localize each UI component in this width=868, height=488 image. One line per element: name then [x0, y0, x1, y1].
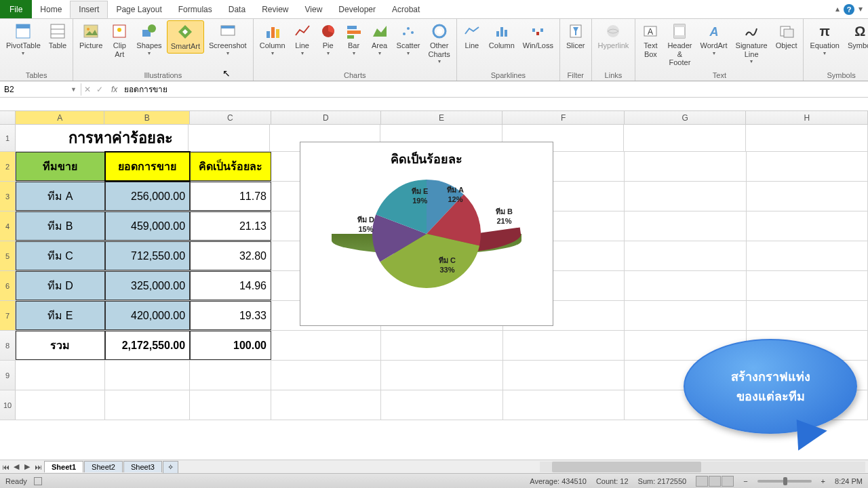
callout-shape[interactable]: สร้างกราฟแท่งของแต่ละทีม [684, 339, 857, 447]
zoom-in-icon[interactable]: + [821, 477, 825, 485]
col-header-F[interactable]: F [502, 111, 625, 124]
svg-text:A: A [648, 27, 653, 37]
col-header-H[interactable]: H [746, 111, 868, 124]
macro-record-icon[interactable] [34, 477, 42, 485]
object-button[interactable]: Object [772, 20, 801, 52]
sheet-nav-prev[interactable]: ◀ [11, 462, 22, 471]
svg-rect-1 [16, 24, 30, 28]
header-pct[interactable]: คิดเป็นร้อยละ [190, 152, 271, 181]
svg-point-20 [403, 33, 406, 35]
tab-home[interactable]: Home [32, 1, 70, 18]
ribbon-options-icon[interactable]: ▾ [859, 4, 863, 15]
help-icon[interactable]: ? [844, 4, 854, 15]
area-chart-button[interactable]: Area▾ [368, 20, 392, 58]
tab-acrobat[interactable]: Acrobat [384, 1, 428, 18]
sheet-tab-2[interactable]: Sheet2 [84, 461, 123, 472]
tab-insert[interactable]: Insert [70, 1, 108, 18]
col-header-G[interactable]: G [625, 111, 747, 124]
equation-button[interactable]: πEquation▾ [806, 20, 842, 58]
minimize-ribbon-icon[interactable]: ▴ [835, 4, 840, 15]
group-label-charts: Charts [344, 70, 366, 81]
select-all-corner[interactable] [0, 111, 16, 124]
hyperlink-button[interactable]: Hyperlink [595, 20, 633, 52]
wordart-button[interactable]: AWordArt▾ [696, 20, 730, 58]
table-button[interactable]: Table [45, 20, 70, 52]
signature-button[interactable]: Signature Line▾ [732, 20, 771, 66]
sparkline-line-button[interactable]: Line [460, 20, 484, 52]
picture-button[interactable]: Picture [76, 20, 106, 52]
sheet-tab-3[interactable]: Sheet3 [123, 461, 162, 472]
slicer-button[interactable]: Slicer [563, 20, 589, 52]
row-header-1[interactable]: 1 [0, 125, 16, 151]
tab-page-layout[interactable]: Page Layout [108, 1, 170, 18]
row-header-5[interactable]: 5 [0, 241, 16, 270]
tab-formulas[interactable]: Formulas [170, 1, 220, 18]
svg-rect-17 [347, 26, 357, 29]
table-row[interactable]: ทีม C [16, 241, 104, 270]
name-box[interactable]: B2▼ [0, 83, 81, 96]
row-header-2[interactable]: 2 [0, 152, 16, 181]
col-header-B[interactable]: B [104, 111, 190, 124]
zoom-out-icon[interactable]: − [743, 477, 747, 485]
file-tab[interactable]: File [0, 0, 32, 18]
cancel-icon[interactable]: ✕ [81, 85, 94, 94]
svg-point-10 [148, 24, 156, 33]
tab-data[interactable]: Data [220, 1, 254, 18]
col-header-C[interactable]: C [190, 111, 271, 124]
enter-icon[interactable]: ✓ [94, 85, 106, 94]
horizontal-scrollbar[interactable] [540, 462, 865, 472]
row-header-8[interactable]: 8 [0, 331, 16, 360]
bar-chart-button[interactable]: Bar▾ [342, 20, 366, 58]
pie-chart-button[interactable]: Pie▾ [316, 20, 340, 58]
col-header-E[interactable]: E [381, 111, 503, 124]
sheet-tab-1[interactable]: Sheet1 [44, 461, 83, 472]
col-header-A[interactable]: A [16, 111, 104, 124]
formula-input[interactable] [123, 83, 868, 96]
pie-chart[interactable]: คิดเป็นร้อยละ ทีม A12% ทีม B21% ทีม C33%… [300, 142, 553, 326]
header-team[interactable]: ทีมขาย [16, 152, 104, 181]
tab-developer[interactable]: Developer [330, 1, 384, 18]
svg-text:A: A [709, 25, 718, 39]
col-header-D[interactable]: D [271, 111, 381, 124]
line-chart-button[interactable]: Line▾ [290, 20, 315, 58]
table-row[interactable]: ทีม A [16, 182, 104, 211]
new-sheet-button[interactable]: ✧ [163, 461, 178, 473]
sparkline-column-button[interactable]: Column [486, 20, 518, 52]
row-header-3[interactable]: 3 [0, 182, 16, 211]
header-sales[interactable]: ยอดการขาย [105, 152, 191, 181]
total-sales[interactable]: 2,172,550.00 [105, 331, 191, 360]
fx-icon[interactable]: fx [106, 85, 123, 94]
smartart-button[interactable]: SmartArt [167, 20, 204, 54]
pivottable-button[interactable]: PivotTable▾ [3, 20, 44, 58]
row-header-6[interactable]: 6 [0, 271, 16, 300]
view-buttons[interactable] [696, 476, 734, 487]
sheet-nav-next[interactable]: ▶ [22, 462, 33, 471]
screenshot-button[interactable]: Screenshot▾ [205, 20, 250, 58]
textbox-button[interactable]: AText Box [638, 20, 663, 60]
symbol-button[interactable]: ΩSymbol [844, 20, 868, 52]
row-header-10[interactable]: 10 [0, 390, 16, 420]
clipart-button[interactable]: Clip Art [107, 20, 132, 60]
header-footer-button[interactable]: Header & Footer [664, 20, 695, 69]
formula-bar: B2▼ ✕ ✓ fx [0, 81, 868, 98]
row-header-4[interactable]: 4 [0, 211, 16, 241]
sparkline-winloss-button[interactable]: Win/Loss [519, 20, 557, 52]
total-pct[interactable]: 100.00 [190, 331, 271, 360]
tab-review[interactable]: Review [254, 1, 296, 18]
sheet-nav-first[interactable]: ⏮ [0, 463, 11, 471]
scatter-chart-button[interactable]: Scatter▾ [393, 20, 424, 58]
shapes-button[interactable]: Shapes▾ [133, 20, 165, 58]
row-header-7[interactable]: 7 [0, 301, 16, 330]
table-row[interactable]: ทีม E [16, 301, 104, 330]
total-label[interactable]: รวม [16, 331, 104, 360]
other-charts-button[interactable]: Other Charts▾ [425, 20, 453, 66]
zoom-slider[interactable] [757, 480, 812, 483]
tab-view[interactable]: View [297, 1, 331, 18]
pie-label-c: ทีม C33% [439, 256, 456, 275]
row-header-9[interactable]: 9 [0, 361, 16, 390]
column-chart-button[interactable]: Column▾ [256, 20, 289, 58]
svg-point-24 [437, 28, 442, 34]
table-row[interactable]: ทีม B [16, 211, 104, 241]
table-row[interactable]: ทีม D [16, 271, 104, 300]
sheet-nav-last[interactable]: ⏭ [33, 463, 43, 471]
